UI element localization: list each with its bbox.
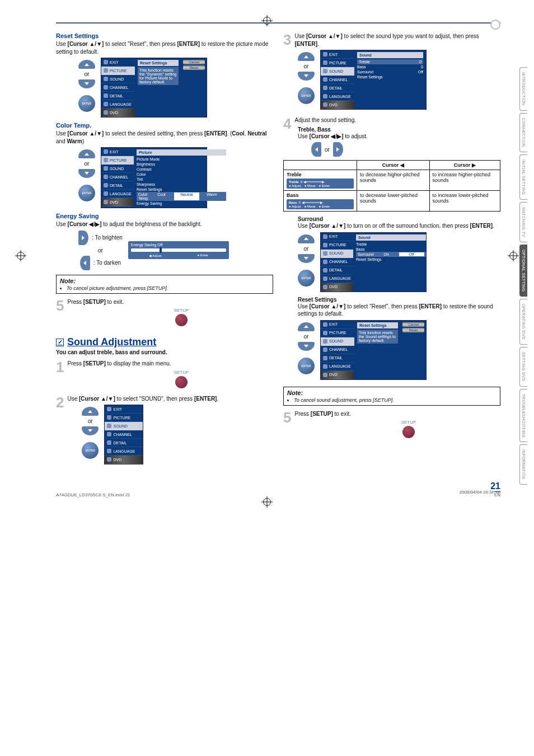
footer-file: A74GDUE_LD370SC8 S_EN.indd 21 xyxy=(56,492,130,497)
osd-row: Reset Settings xyxy=(357,74,423,79)
sound-adjustment-heading: Sound Adjustment xyxy=(56,336,273,348)
note-item: To cancel picture adjustment, press [SET… xyxy=(67,285,269,291)
sound-table: Cursor ◀ Cursor ▶ TrebleTreble 0 ◀━━━━━━… xyxy=(283,160,500,212)
table-row: TrebleTreble 0 ◀━━━━━━━▶● Adjust● Move● … xyxy=(284,170,500,191)
surround-text: Use [Cursor ▲/▼] to turn on or off the s… xyxy=(298,222,500,230)
remote-up-down-enter: or ENTER xyxy=(78,149,95,201)
enter-button-icon: ENTER xyxy=(298,358,315,374)
osd-panel-title: Sound xyxy=(356,234,426,241)
color-text: Use [Cursor ▲/▼] to select the desired s… xyxy=(56,130,273,145)
osd-row: Sharpness xyxy=(137,182,226,187)
section-tab: INFORMATION xyxy=(519,444,527,485)
top-rule xyxy=(56,22,500,24)
osd-panel-title: Reset Settings xyxy=(138,60,179,66)
osd-menu-item: LANGUAGE xyxy=(321,363,354,371)
step3-text: Use [Cursor ▲/▼] to select the sound typ… xyxy=(294,32,500,48)
osd-menu-item: DVD xyxy=(321,101,354,109)
energy-text: Use [Cursor ◀/▶] to adjust the brightnes… xyxy=(56,220,273,228)
osd-menu-item: PICTURE xyxy=(105,414,143,422)
cursor-up-icon xyxy=(78,149,95,158)
step-number: 1 xyxy=(56,360,64,374)
cursor-down-icon xyxy=(78,169,95,178)
osd-menu-item: DETAIL xyxy=(321,266,353,275)
section-tab: INITIAL SETTING xyxy=(519,154,527,200)
cursor-down-icon xyxy=(298,254,315,263)
or-label: or xyxy=(98,247,103,253)
section-tabs: INTRODUCTIONCONNECTIONINITIAL SETTINGWAT… xyxy=(519,67,527,485)
osd-sound-menu: EXITPICTURESOUNDCHANNELDETAILLANGUAGEDVD… xyxy=(320,50,427,110)
osd-row: Bass xyxy=(356,247,426,252)
brighten-label: : To brighten xyxy=(92,234,123,241)
osd-menu-item: EXIT xyxy=(321,50,354,59)
cursor-down-icon xyxy=(78,79,95,88)
osd-menu-item: PICTURE xyxy=(321,59,354,67)
note-item: To cancel sound adjustment, press [SETUP… xyxy=(294,397,496,403)
cursor-up-icon xyxy=(78,60,95,69)
osd-menu-item: LANGUAGE xyxy=(101,100,135,109)
osd-picture-reset: EXITPICTURESOUNDCHANNELDETAILLANGUAGEDVD… xyxy=(101,58,207,118)
enter-button-icon: ENTER xyxy=(78,95,95,112)
cursor-down-icon xyxy=(82,426,99,435)
section-tab: SETTING DVD xyxy=(519,347,527,387)
or-label: or xyxy=(88,418,93,424)
table-row: BassBass 0 ◀━━━━━━━▶● Adjust● Move● Ente… xyxy=(284,191,500,212)
sound-reset-text: Use [Cursor ▲/▼] to select "Reset", then… xyxy=(298,303,500,318)
osd-row: SurroundOnOff xyxy=(356,252,426,257)
surround-title: Surround xyxy=(298,216,500,222)
or-label: or xyxy=(304,63,309,69)
note-box: Note: To cancel picture adjustment, pres… xyxy=(56,275,273,294)
osd-sound-reset: EXITPICTURESOUNDCHANNELDETAILLANGUAGEDVD… xyxy=(320,320,427,380)
setup-button-icon: SETUP xyxy=(317,420,500,438)
osd-row: Reset Settings xyxy=(356,257,426,262)
step2-text: Use [Cursor ▲/▼] to select "SOUND", then… xyxy=(67,395,273,403)
section-tab: INTRODUCTION xyxy=(519,67,527,111)
osd-menu-item: DVD xyxy=(321,283,353,292)
osd-menu-item: DETAIL xyxy=(321,84,354,92)
osd-menu-item: SOUND xyxy=(321,67,354,76)
osd-menu-item: EXIT xyxy=(101,148,134,156)
osd-menu-item: SOUND xyxy=(321,250,353,258)
osd-picture-colortemp: EXITPICTURESOUNDCHANNELDETAILLANGUAGEDVD… xyxy=(101,147,207,208)
left-column: Reset Settings Use [Cursor ▲/▼] to selec… xyxy=(56,28,273,467)
note-title: Note: xyxy=(60,278,269,284)
osd-row: Treble xyxy=(356,242,426,247)
section-tab: WATCHING TV xyxy=(519,202,527,242)
osd-menu-item: SOUND xyxy=(321,337,354,346)
osd-menu-item: LANGUAGE xyxy=(101,190,134,198)
osd-row: Color xyxy=(137,172,226,177)
cursor-down-icon xyxy=(298,72,315,81)
cursor-right-icon xyxy=(333,142,343,157)
osd-row: Tint xyxy=(137,177,226,182)
section-tab: OPERATING DVD xyxy=(519,299,527,345)
osd-menu-item: LANGUAGE xyxy=(321,92,354,101)
step-number: 2 xyxy=(56,395,64,410)
cursor-left-icon xyxy=(311,142,321,157)
osd-menu-item: SOUND xyxy=(101,165,134,173)
osd-main-menu: EXITPICTURESOUNDCHANNELDETAILLANGUAGEDVD xyxy=(104,405,143,464)
osd-menu-item: EXIT xyxy=(321,321,354,329)
osd-surround: EXITPICTURESOUNDCHANNELDETAILLANGUAGEDVD… xyxy=(320,232,427,292)
enter-button-icon: ENTER xyxy=(298,270,315,287)
osd-row: Energy SavingWarm xyxy=(137,201,226,206)
treble-bass-title: Treble, Bass xyxy=(298,126,500,133)
osd-row: Treble0 xyxy=(357,59,423,64)
enter-button-icon: ENTER xyxy=(298,87,315,104)
osd-menu-item: DVD xyxy=(101,109,135,117)
enter-button-icon: ENTER xyxy=(78,185,95,201)
osd-row: Color Temp.CoolNeutralWarm xyxy=(137,192,226,201)
reset-title: Reset Settings xyxy=(56,32,273,39)
osd-menu-item: CHANNEL xyxy=(101,173,134,181)
remote-up-down-enter: or ENTER xyxy=(298,234,315,287)
remote-up-down-enter: or ENTER xyxy=(298,52,315,104)
osd-menu-item: EXIT xyxy=(105,405,143,414)
osd-menu-item: EXIT xyxy=(321,233,353,241)
osd-button: Reset xyxy=(402,328,424,332)
osd-menu-item: DETAIL xyxy=(321,354,354,363)
osd-button: Reset xyxy=(183,65,205,70)
setup-button-icon: SETUP xyxy=(90,308,273,326)
osd-menu-item: PICTURE xyxy=(101,156,134,165)
osd-menu-item: CHANNEL xyxy=(321,258,353,266)
osd-button: Cancel xyxy=(183,60,205,64)
section-tab: CONNECTION xyxy=(519,113,527,152)
cursor-left-icon xyxy=(80,256,90,270)
